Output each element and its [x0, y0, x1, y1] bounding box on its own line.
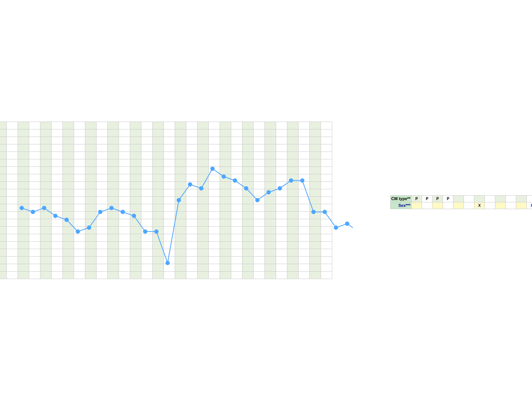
- temp-cell-971-col28[interactable]: [298, 264, 309, 271]
- temp-cell-979-col14[interactable]: [141, 204, 152, 211]
- cm-col-6[interactable]: [464, 195, 474, 202]
- temp-cell-976-col18[interactable]: [186, 226, 197, 234]
- temp-cell-973-col15[interactable]: [152, 249, 163, 256]
- temp-cell-978-col20[interactable]: [208, 211, 220, 219]
- temp-cell-975-col11[interactable]: [107, 234, 119, 241]
- temp-cell-987-col28[interactable]: [298, 144, 309, 152]
- temp-cell-978-col18[interactable]: [186, 211, 197, 219]
- temp-cell-974-col29[interactable]: [309, 241, 321, 249]
- temp-cell-985-col23[interactable]: [242, 159, 253, 166]
- temp-cell-988-col15[interactable]: [152, 137, 163, 144]
- temp-cell-986-col22[interactable]: [231, 152, 242, 159]
- temp-cell-981-col16[interactable]: [163, 189, 175, 196]
- temp-cell-981-col21[interactable]: [220, 189, 231, 196]
- temp-cell-971-col10[interactable]: [96, 264, 107, 271]
- temp-cell-982-col1[interactable]: [0, 181, 6, 189]
- temp-cell-973-col20[interactable]: [208, 249, 220, 256]
- temp-cell-980-col9[interactable]: [85, 196, 96, 204]
- temp-cell-980-col6[interactable]: [51, 196, 62, 204]
- temp-cell-987-col2[interactable]: [6, 144, 18, 152]
- temp-cell-980-col25[interactable]: [265, 196, 276, 204]
- temp-cell-976-col30[interactable]: [321, 226, 332, 234]
- temp-cell-981-col20[interactable]: [208, 189, 220, 196]
- temp-cell-974-col14[interactable]: [141, 241, 152, 249]
- temp-cell-972-col23[interactable]: [242, 256, 253, 264]
- temp-cell-990-col3[interactable]: [18, 122, 29, 129]
- temp-cell-976-col23[interactable]: [242, 226, 253, 234]
- temp-cell-975-col23[interactable]: [242, 234, 253, 241]
- temp-cell-983-col26[interactable]: [276, 174, 287, 181]
- temp-cell-970-col11[interactable]: [107, 271, 119, 279]
- temp-cell-980-col16[interactable]: [163, 196, 175, 204]
- temp-cell-985-col20[interactable]: [208, 159, 220, 166]
- temp-cell-989-col17[interactable]: [175, 129, 186, 137]
- temp-cell-983-col24[interactable]: [253, 174, 265, 181]
- temp-cell-987-col27[interactable]: [287, 144, 298, 152]
- temp-cell-986-col1[interactable]: [0, 152, 6, 159]
- temp-cell-982-col17[interactable]: [175, 181, 186, 189]
- temp-cell-988-col5[interactable]: [40, 137, 51, 144]
- temp-cell-990-col13[interactable]: [130, 122, 141, 129]
- temp-cell-977-col20[interactable]: [208, 219, 220, 226]
- temp-cell-972-col22[interactable]: [231, 256, 242, 264]
- temp-cell-975-col6[interactable]: [51, 234, 62, 241]
- temp-cell-972-col30[interactable]: [321, 256, 332, 264]
- temp-cell-984-col5[interactable]: [40, 166, 51, 174]
- temp-cell-978-col8[interactable]: [74, 211, 85, 219]
- temp-cell-982-col9[interactable]: [85, 181, 96, 189]
- temp-cell-976-col11[interactable]: [107, 226, 119, 234]
- sex-col-6[interactable]: [464, 202, 474, 209]
- sex-col-5[interactable]: [453, 202, 464, 209]
- temp-cell-990-col4[interactable]: [29, 122, 40, 129]
- temp-cell-977-col17[interactable]: [175, 219, 186, 226]
- temp-cell-987-col3[interactable]: [18, 144, 29, 152]
- temp-cell-971-col20[interactable]: [208, 264, 220, 271]
- temp-cell-970-col17[interactable]: [175, 271, 186, 279]
- temp-cell-988-col8[interactable]: [74, 137, 85, 144]
- temp-cell-977-col14[interactable]: [141, 219, 152, 226]
- temp-cell-977-col28[interactable]: [298, 219, 309, 226]
- temp-cell-983-col30[interactable]: [321, 174, 332, 181]
- temp-cell-988-col12[interactable]: [119, 137, 130, 144]
- temp-cell-972-col10[interactable]: [96, 256, 107, 264]
- temp-cell-981-col29[interactable]: [309, 189, 321, 196]
- temp-cell-976-col21[interactable]: [220, 226, 231, 234]
- temp-cell-981-col6[interactable]: [51, 189, 62, 196]
- temp-cell-973-col7[interactable]: [62, 249, 74, 256]
- temp-cell-990-col28[interactable]: [298, 122, 309, 129]
- temp-cell-986-col10[interactable]: [96, 152, 107, 159]
- temp-cell-986-col19[interactable]: [197, 152, 208, 159]
- temp-cell-985-col19[interactable]: [197, 159, 208, 166]
- temp-cell-985-col21[interactable]: [220, 159, 231, 166]
- temp-cell-990-col30[interactable]: [321, 122, 332, 129]
- temp-cell-971-col12[interactable]: [119, 264, 130, 271]
- temp-cell-973-col16[interactable]: [163, 249, 175, 256]
- temp-cell-973-col2[interactable]: [6, 249, 18, 256]
- temp-cell-975-col27[interactable]: [287, 234, 298, 241]
- temp-cell-973-col29[interactable]: [309, 249, 321, 256]
- temp-cell-973-col5[interactable]: [40, 249, 51, 256]
- sex-col-4[interactable]: [443, 202, 453, 209]
- temp-cell-975-col14[interactable]: [141, 234, 152, 241]
- temp-cell-978-col3[interactable]: [18, 211, 29, 219]
- temp-cell-971-col2[interactable]: [6, 264, 18, 271]
- temp-cell-977-col29[interactable]: [309, 219, 321, 226]
- temp-cell-978-col4[interactable]: [29, 211, 40, 219]
- temp-cell-987-col21[interactable]: [220, 144, 231, 152]
- temp-cell-973-col28[interactable]: [298, 249, 309, 256]
- temp-cell-989-col8[interactable]: [74, 129, 85, 137]
- temp-cell-978-col24[interactable]: [253, 211, 265, 219]
- temp-cell-989-col22[interactable]: [231, 129, 242, 137]
- temp-cell-984-col7[interactable]: [62, 166, 74, 174]
- temp-cell-978-col5[interactable]: [40, 211, 51, 219]
- temp-cell-972-col8[interactable]: [74, 256, 85, 264]
- temp-cell-973-col4[interactable]: [29, 249, 40, 256]
- sex-col-10[interactable]: [506, 202, 516, 209]
- temp-cell-982-col26[interactable]: [276, 181, 287, 189]
- temp-cell-974-col28[interactable]: [298, 241, 309, 249]
- temp-cell-973-col30[interactable]: [321, 249, 332, 256]
- temp-cell-989-col18[interactable]: [186, 129, 197, 137]
- temp-cell-984-col9[interactable]: [85, 166, 96, 174]
- temp-cell-984-col18[interactable]: [186, 166, 197, 174]
- temp-cell-990-col27[interactable]: [287, 122, 298, 129]
